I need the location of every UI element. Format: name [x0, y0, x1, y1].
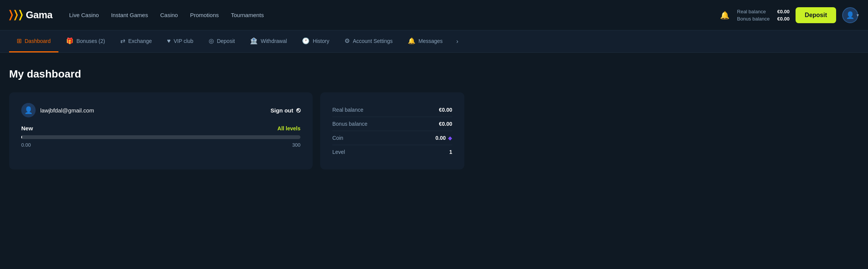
user-avatar-circle: 👤: [21, 103, 36, 117]
tab-exchange-label: Exchange: [128, 38, 152, 44]
tab-account-settings-label: Account Settings: [353, 38, 393, 44]
tab-messages-label: Messages: [418, 38, 443, 44]
logo[interactable]: Gama: [9, 9, 52, 21]
user-icon: 👤: [846, 11, 854, 19]
level-label: New: [21, 125, 33, 131]
tab-bonuses[interactable]: 🎁 Bonuses (2): [58, 30, 113, 52]
real-balance-value: €0.00: [777, 9, 790, 14]
real-balance-item-label: Real balance: [332, 107, 363, 113]
tab-exchange[interactable]: ⇄ Exchange: [113, 30, 159, 52]
messages-icon: 🔔: [408, 37, 415, 44]
logo-chevron-1: [9, 10, 13, 21]
tab-account-settings[interactable]: ⚙ Account Settings: [337, 30, 400, 52]
notifications-bell[interactable]: 🔔: [719, 9, 731, 21]
navbar: Gama Live Casino Instant Games Casino Pr…: [0, 0, 868, 30]
bonus-balance-label: Bonus balance: [737, 16, 770, 22]
withdrawal-icon: 🏦: [250, 37, 258, 44]
tab-scroll-right-arrow[interactable]: ›: [453, 31, 461, 52]
user-email-row: 👤 lawjbfdal@gmail.com: [21, 103, 94, 117]
progress-bar-fill: [21, 135, 22, 139]
level-row: New All levels: [21, 125, 300, 131]
nav-link-instant-games[interactable]: Instant Games: [107, 9, 153, 21]
balance-item-bonus: Bonus balance €0.00: [332, 117, 452, 131]
balance-item-real: Real balance €0.00: [332, 103, 452, 117]
deposit-tab-icon: ◎: [209, 37, 214, 44]
all-levels-link[interactable]: All levels: [277, 125, 300, 131]
tab-deposit-label: Deposit: [217, 38, 235, 44]
deposit-button[interactable]: Deposit: [796, 7, 836, 23]
progress-bar-background: [21, 135, 300, 139]
user-circle-icon: 👤: [24, 106, 33, 114]
balance-item-coin: Coin 0.00 ◆: [332, 131, 452, 145]
bonuses-icon: 🎁: [66, 37, 74, 44]
secondary-nav: ⊞ Dashboard 🎁 Bonuses (2) ⇄ Exchange ♥ V…: [0, 30, 868, 53]
bonus-balance-row: Bonus balance €0.00: [737, 16, 790, 22]
balance-card: Real balance €0.00 Bonus balance €0.00 C…: [320, 92, 464, 169]
tab-bonuses-label: Bonuses (2): [77, 38, 105, 44]
tab-withdrawal-label: Withdrawal: [261, 38, 287, 44]
tab-dashboard[interactable]: ⊞ Dashboard: [9, 30, 58, 52]
coin-value: 0.00: [436, 135, 446, 141]
real-balance-row: Real balance €0.00: [737, 9, 790, 14]
user-card-header: 👤 lawjbfdal@gmail.com Sign out ⎋: [21, 103, 300, 117]
signout-icon: ⎋: [296, 106, 300, 114]
level-item-label: Level: [332, 149, 345, 155]
dashboard-icon: ⊞: [17, 37, 22, 44]
logo-chevron-3: [19, 10, 23, 21]
nav-link-live-casino[interactable]: Live Casino: [64, 9, 103, 21]
tab-messages[interactable]: 🔔 Messages: [400, 30, 450, 52]
progress-max: 300: [292, 142, 300, 148]
nav-right: 🔔 Real balance €0.00 Bonus balance €0.00…: [719, 7, 859, 23]
nav-link-tournaments[interactable]: Tournaments: [226, 9, 269, 21]
exchange-icon: ⇄: [120, 37, 125, 44]
real-balance-item-value: €0.00: [439, 107, 452, 113]
level-item-value: 1: [449, 149, 452, 155]
bonus-balance-value: €0.00: [777, 16, 790, 22]
progress-min: 0.00: [21, 142, 31, 148]
tab-vip-club[interactable]: ♥ VIP club: [159, 31, 201, 52]
vip-icon: ♥: [167, 38, 171, 44]
chevron-down-icon[interactable]: ▾: [857, 13, 859, 18]
tab-dashboard-label: Dashboard: [25, 38, 51, 44]
user-email: lawjbfdal@gmail.com: [40, 107, 94, 114]
coin-label: Coin: [332, 135, 343, 141]
logo-chevron-2: [14, 10, 18, 21]
history-icon: 🕐: [302, 37, 310, 44]
nav-link-casino[interactable]: Casino: [156, 9, 182, 21]
user-avatar-button[interactable]: 👤: [842, 7, 858, 23]
logo-text: Gama: [26, 9, 52, 21]
tab-deposit[interactable]: ◎ Deposit: [201, 30, 242, 52]
settings-icon: ⚙: [344, 37, 350, 44]
tab-withdrawal[interactable]: 🏦 Withdrawal: [242, 30, 294, 52]
tab-vip-label: VIP club: [174, 38, 193, 44]
bonus-balance-item-value: €0.00: [439, 121, 452, 127]
nav-link-promotions[interactable]: Promotions: [186, 9, 223, 21]
coin-value-row: 0.00 ◆: [436, 135, 452, 141]
page-title: My dashboard: [9, 68, 859, 80]
progress-labels: 0.00 300: [21, 142, 300, 148]
nav-links: Live Casino Instant Games Casino Promoti…: [64, 9, 706, 21]
logo-icon: [9, 10, 23, 21]
bonus-balance-item-label: Bonus balance: [332, 121, 368, 127]
user-card: 👤 lawjbfdal@gmail.com Sign out ⎋ New All…: [9, 92, 313, 169]
signout-label: Sign out: [270, 107, 293, 114]
tab-history[interactable]: 🕐 History: [294, 30, 337, 52]
real-balance-label: Real balance: [737, 9, 766, 14]
balance-item-level: Level 1: [332, 145, 452, 159]
tab-history-label: History: [313, 38, 329, 44]
dashboard-grid: 👤 lawjbfdal@gmail.com Sign out ⎋ New All…: [9, 92, 464, 169]
main-content: My dashboard 👤 lawjbfdal@gmail.com Sign …: [0, 53, 868, 185]
signout-button[interactable]: Sign out ⎋: [270, 106, 300, 114]
diamond-icon: ◆: [448, 135, 452, 141]
balance-info: Real balance €0.00 Bonus balance €0.00: [737, 9, 790, 22]
